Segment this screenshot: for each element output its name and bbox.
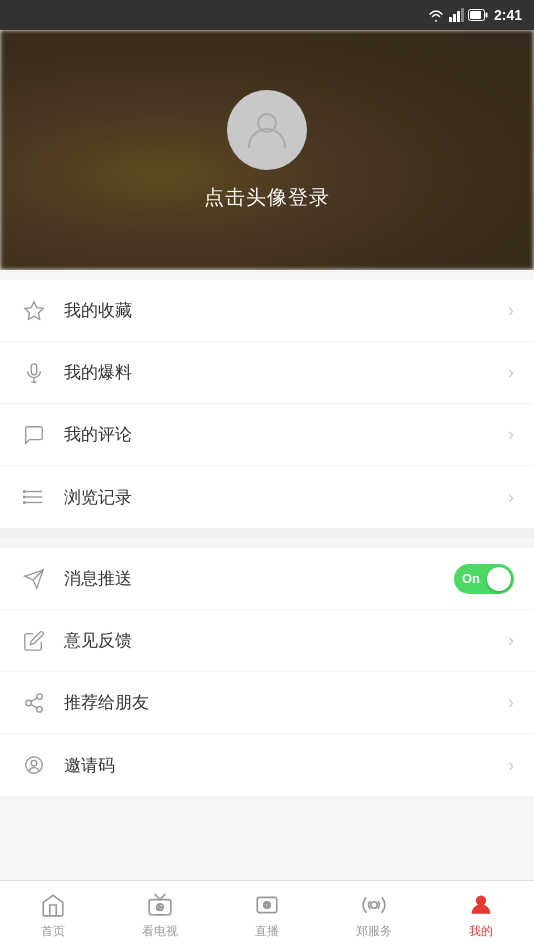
mine-nav-label: 我的 xyxy=(469,923,493,940)
svg-rect-9 xyxy=(31,363,37,374)
svg-point-16 xyxy=(23,496,25,498)
history-arrow: › xyxy=(508,487,514,508)
notifications-label: 消息推送 xyxy=(64,567,454,590)
service-nav-icon xyxy=(360,891,388,919)
favorites-label: 我的收藏 xyxy=(64,299,508,322)
avatar[interactable] xyxy=(227,90,307,170)
toggle-knob xyxy=(487,567,511,591)
scoop-arrow: › xyxy=(508,362,514,383)
svg-rect-3 xyxy=(461,8,464,22)
svg-rect-1 xyxy=(453,14,456,22)
comment-icon xyxy=(20,421,48,449)
comments-arrow: › xyxy=(508,424,514,445)
history-label: 浏览记录 xyxy=(64,486,508,509)
svg-marker-8 xyxy=(25,301,43,318)
feedback-arrow: › xyxy=(508,630,514,651)
menu-item-notifications[interactable]: 消息推送 On xyxy=(0,548,534,610)
nav-item-tv[interactable]: 看电视 xyxy=(107,881,214,950)
live-nav-icon xyxy=(253,891,281,919)
edit-icon xyxy=(20,627,48,655)
signal-icon xyxy=(448,8,464,22)
profile-header[interactable]: 点击头像登录 xyxy=(0,30,534,270)
nav-item-mine[interactable]: 我的 xyxy=(427,881,534,950)
mine-nav-icon xyxy=(467,891,495,919)
nav-item-home[interactable]: 首页 xyxy=(0,881,107,950)
svg-point-20 xyxy=(37,693,43,699)
svg-rect-5 xyxy=(485,13,487,18)
tv-nav-label: 看电视 xyxy=(142,923,178,940)
live-nav-label: 直播 xyxy=(255,923,279,940)
svg-point-17 xyxy=(23,502,25,504)
toggle-on-text: On xyxy=(462,571,480,586)
svg-rect-2 xyxy=(457,11,460,22)
svg-point-15 xyxy=(23,491,25,493)
bottom-nav: 首页 看电视 直播 xyxy=(0,880,534,950)
recommend-label: 推荐给朋友 xyxy=(64,691,508,714)
nav-item-zhengservice[interactable]: 郑服务 xyxy=(320,881,427,950)
svg-line-24 xyxy=(31,697,37,701)
menu-item-recommend[interactable]: 推荐给朋友 › xyxy=(0,672,534,734)
recommend-arrow: › xyxy=(508,692,514,713)
menu-item-comments[interactable]: 我的评论 › xyxy=(0,404,534,466)
zhengservice-nav-label: 郑服务 xyxy=(356,923,392,940)
star-icon xyxy=(20,297,48,325)
invitecode-label: 邀请码 xyxy=(64,754,508,777)
svg-marker-30 xyxy=(159,906,162,909)
menu-item-feedback[interactable]: 意见反馈 › xyxy=(0,610,534,672)
profile-content: 点击头像登录 xyxy=(204,90,330,211)
comments-label: 我的评论 xyxy=(64,423,508,446)
scoop-label: 我的爆料 xyxy=(64,361,508,384)
menu-item-history[interactable]: 浏览记录 › xyxy=(0,466,534,528)
wifi-icon xyxy=(428,8,444,22)
notifications-toggle[interactable]: On xyxy=(454,564,514,594)
home-nav-icon xyxy=(39,891,67,919)
tv-nav-icon xyxy=(146,891,174,919)
list-icon xyxy=(20,483,48,511)
battery-icon xyxy=(468,9,488,21)
section-divider xyxy=(0,528,534,538)
svg-point-21 xyxy=(26,700,32,706)
ticket-icon xyxy=(20,751,48,779)
menu-item-favorites[interactable]: 我的收藏 › xyxy=(0,280,534,342)
menu-section-2: 消息推送 On 意见反馈 › 推荐给朋友 › xyxy=(0,548,534,796)
mic-icon xyxy=(20,359,48,387)
status-bar: 2:41 xyxy=(0,0,534,30)
svg-rect-27 xyxy=(149,900,171,915)
home-nav-label: 首页 xyxy=(41,923,65,940)
svg-point-34 xyxy=(371,902,378,909)
profile-login-label[interactable]: 点击头像登录 xyxy=(204,184,330,211)
share-icon xyxy=(20,689,48,717)
svg-point-22 xyxy=(37,706,43,712)
menu-section-1: 我的收藏 › 我的爆料 › 我的评论 › xyxy=(0,280,534,528)
status-icons xyxy=(428,8,488,22)
svg-rect-6 xyxy=(470,11,481,19)
invitecode-arrow: › xyxy=(508,755,514,776)
nav-item-live[interactable]: 直播 xyxy=(214,881,321,950)
svg-rect-0 xyxy=(449,17,452,22)
status-time: 2:41 xyxy=(494,7,522,23)
svg-point-26 xyxy=(31,760,37,766)
send-icon xyxy=(20,565,48,593)
menu-item-scoop[interactable]: 我的爆料 › xyxy=(0,342,534,404)
avatar-icon xyxy=(244,105,290,155)
favorites-arrow: › xyxy=(508,300,514,321)
svg-point-35 xyxy=(476,896,485,905)
svg-point-25 xyxy=(26,757,43,774)
svg-line-23 xyxy=(31,704,37,708)
menu-item-invitecode[interactable]: 邀请码 › xyxy=(0,734,534,796)
feedback-label: 意见反馈 xyxy=(64,629,508,652)
